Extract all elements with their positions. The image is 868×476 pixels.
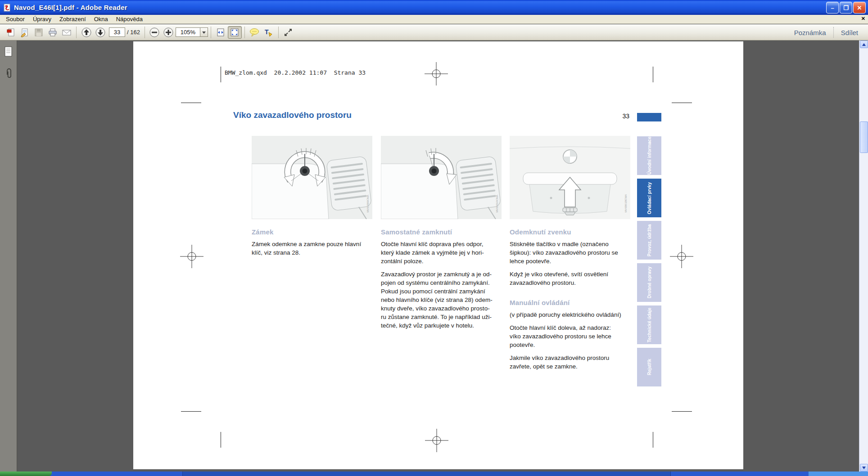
crop-mark	[672, 103, 692, 103]
fit-width-button[interactable]	[214, 26, 228, 39]
paragraph: (v případě poruchy elektrického ovládání…	[510, 310, 635, 319]
figure-code: MV66010CMA	[496, 195, 498, 212]
next-page-button[interactable]	[93, 26, 107, 39]
save-button[interactable]	[32, 26, 45, 39]
arrow-up-icon	[862, 41, 866, 46]
scroll-up-button[interactable]	[860, 40, 868, 48]
page-thumbnails-panel-button[interactable]	[4, 46, 14, 59]
registration-mark-icon	[180, 245, 203, 268]
section-tab-drobne-opravy[interactable]: Drobné opravy	[637, 263, 661, 302]
windows-taskbar	[0, 472, 868, 476]
crop-mark	[181, 411, 201, 412]
save-copy-button[interactable]	[18, 26, 32, 39]
column-subheading: Manuální ovládání	[510, 299, 635, 306]
menu-okna[interactable]: Okna	[90, 15, 112, 23]
zoom-dropdown-button[interactable]	[200, 27, 208, 37]
figure-lock-both-directions: MV63009CMA	[252, 136, 372, 219]
crop-mark	[653, 432, 653, 448]
registration-mark-icon	[425, 62, 448, 85]
paragraph: Stiskněte tlačítko v madle (označeno šip…	[510, 240, 635, 265]
scroll-down-button[interactable]	[860, 464, 868, 472]
email-button[interactable]	[59, 26, 73, 39]
crop-mark	[672, 411, 692, 412]
paperclip-icon	[4, 67, 13, 79]
section-tab-provoz-udrzba[interactable]: Provoz, údržba	[637, 221, 661, 260]
share-pane-button[interactable]: Sdílet	[841, 29, 858, 36]
print-button[interactable]	[45, 26, 59, 39]
section-tab-uvodni-informace[interactable]: Úvodní informace	[637, 136, 661, 175]
page-edit-icon	[20, 27, 30, 37]
window-title: Navod_E46I[1].pdf - Adobe Reader	[14, 4, 127, 11]
page-number-input[interactable]: 33	[109, 27, 125, 37]
pdf-app-icon	[3, 4, 11, 12]
convert-pdf-button[interactable]	[4, 26, 18, 39]
column-unlock-outside: MV6B61BCMA Odemknutí zvenku Stiskněte tl…	[510, 136, 635, 375]
column-separate-locking: MV66010CMA Samostatné zamknutí Otočte hl…	[381, 136, 506, 334]
column-heading: Zámek	[252, 228, 377, 236]
column-heading: Samostatné zamknutí	[381, 228, 506, 236]
arrow-up-circle-icon	[81, 27, 92, 38]
printer-icon	[48, 27, 58, 37]
zoom-out-button[interactable]	[148, 26, 162, 39]
fit-width-icon	[216, 27, 226, 37]
registration-mark-icon	[425, 429, 448, 452]
title-accent-rect	[637, 113, 661, 121]
toolbar-separator	[244, 27, 245, 38]
figure-code: MV63009CMA	[366, 195, 369, 212]
figure-code: MV6B61BCMA	[624, 194, 627, 212]
comment-tool-button[interactable]	[248, 26, 262, 39]
paragraph: Jakmile víko zavazadlového prostoru zavř…	[510, 354, 635, 371]
toolbar-separator	[76, 27, 77, 38]
comment-pane-button[interactable]: Poznámka	[794, 29, 826, 36]
crop-mark	[221, 67, 221, 82]
section-tab-rejstrik[interactable]: Rejstřík	[637, 348, 661, 386]
restore-button[interactable]: ❐	[840, 2, 852, 13]
crop-mark	[221, 432, 221, 448]
figure-lock-clockwise: MV66010CMA	[381, 136, 502, 219]
document-pane: BMW_zlom.qxd 20.2.2002 11:07 Strana 33 V…	[18, 40, 859, 472]
fullscreen-arrows-icon	[283, 27, 293, 37]
close-button[interactable]: ✕	[853, 2, 866, 13]
envelope-icon	[62, 27, 72, 37]
highlight-text-icon: T	[263, 27, 273, 37]
pdf-page: BMW_zlom.qxd 20.2.2002 11:07 Strana 33 V…	[133, 41, 743, 469]
section-tab-ovladaci-prvky[interactable]: Ovládací prvky	[637, 179, 661, 217]
page-title: Víko zavazadlového prostoru	[233, 110, 352, 120]
toolbar-separator	[211, 27, 211, 38]
attachments-panel-button[interactable]	[4, 67, 13, 81]
fit-page-button[interactable]	[228, 26, 242, 39]
zoom-level-input[interactable]: 105%	[176, 27, 200, 37]
fullscreen-button[interactable]	[281, 26, 295, 39]
zoom-in-button[interactable]	[162, 26, 176, 39]
previous-page-button[interactable]	[79, 26, 93, 39]
plus-circle-icon	[163, 27, 174, 38]
paragraph: Když je víko otevřené, svítí osvětlení z…	[510, 270, 635, 287]
close-document-icon[interactable]: ✕	[861, 16, 865, 21]
minus-circle-icon	[149, 27, 160, 38]
start-button-fragment[interactable]	[0, 472, 52, 476]
scrollbar-thumb[interactable]	[860, 121, 868, 153]
paragraph: Otočte hlavní klíč doprava přes odpor, k…	[381, 240, 506, 265]
adobe-reader-window: Navod_E46I[1].pdf - Adobe Reader – ❐ ✕ S…	[0, 0, 868, 476]
menu-napoveda[interactable]: Nápověda	[112, 15, 147, 23]
minimize-button[interactable]: –	[826, 2, 839, 13]
menu-soubor[interactable]: Soubor	[2, 15, 29, 23]
menu-zobrazeni[interactable]: Zobrazení	[55, 15, 90, 23]
vertical-scrollbar[interactable]	[859, 40, 868, 472]
print-header-text: BMW_zlom.qxd 20.2.2002 11:07 Strana 33	[225, 69, 366, 76]
title-bar: Navod_E46I[1].pdf - Adobe Reader – ❐ ✕	[0, 0, 868, 15]
fit-page-icon	[230, 27, 240, 37]
section-tab-technicke-udaje[interactable]: Technické údaje	[637, 305, 661, 344]
svg-text:T: T	[265, 28, 269, 36]
system-tray-fragment	[808, 472, 868, 476]
paragraph: Zavazadlový prostor je zamknutý a je od-…	[381, 270, 506, 330]
highlight-text-button[interactable]: T	[262, 26, 276, 39]
document-workspace: BMW_zlom.qxd 20.2.2002 11:07 Strana 33 V…	[0, 40, 868, 472]
taskbar-task-button[interactable]	[182, 472, 671, 476]
page-total-label: / 162	[127, 29, 140, 36]
column-lock: MV63009CMA Zámek Zámek odemkne a zamkne …	[252, 136, 377, 261]
menu-bar: Soubor Úpravy Zobrazení Okna Nápověda ✕	[0, 15, 868, 24]
registration-mark-icon	[670, 245, 693, 268]
floppy-disabled-icon	[34, 27, 44, 37]
menu-upravy[interactable]: Úpravy	[29, 15, 55, 23]
